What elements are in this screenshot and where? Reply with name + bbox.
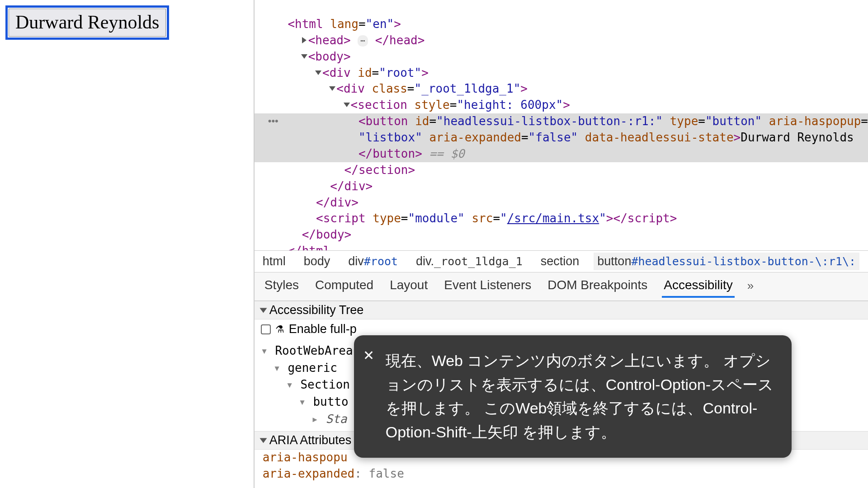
chevron-down-icon: [259, 438, 267, 443]
elements-dom-tree[interactable]: <html lang="en"> <head> ⋯ </head> <body>…: [255, 0, 868, 250]
sidebar-tabs[interactable]: StylesComputedLayoutEvent ListenersDOM B…: [255, 272, 868, 301]
chevron-down-icon: [259, 308, 267, 313]
crumb[interactable]: body: [300, 253, 334, 270]
tabs-overflow-icon[interactable]: »: [747, 275, 754, 298]
tab-layout[interactable]: Layout: [388, 275, 429, 298]
breadcrumb[interactable]: htmlbodydiv#rootdiv._root_1ldga_1section…: [255, 250, 868, 272]
flask-icon: ⚗: [275, 324, 284, 335]
aria-attrs-title: ARIA Attributes: [269, 433, 352, 447]
voiceover-popover: ✕ 現在、Web コンテンツ内のボタン上にいます。 オプションのリストを表示する…: [354, 335, 792, 458]
tab-computed[interactable]: Computed: [313, 275, 375, 298]
voiceover-text: 現在、Web コンテンツ内のボタン上にいます。 オプションのリストを表示するには…: [386, 352, 774, 441]
devtools-panel: <html lang="en"> <head> ⋯ </head> <body>…: [254, 0, 868, 488]
tab-dom breakpoints[interactable]: DOM Breakpoints: [546, 275, 649, 298]
a11y-tree-header[interactable]: Accessibility Tree: [255, 301, 868, 319]
a11y-tree-title: Accessibility Tree: [269, 303, 364, 317]
crumb[interactable]: section: [537, 253, 583, 270]
close-icon[interactable]: ✕: [363, 345, 374, 366]
crumb[interactable]: html: [259, 253, 289, 270]
tab-event listeners[interactable]: Event Listeners: [442, 275, 533, 298]
crumb[interactable]: button#headlessui-listbox-button-\:r1\:: [594, 253, 859, 270]
crumb[interactable]: div#root: [344, 253, 401, 270]
listbox-button[interactable]: Durward Reynolds: [9, 9, 166, 37]
enable-full-tree-label: Enable full-p: [289, 322, 357, 336]
tab-styles[interactable]: Styles: [263, 275, 301, 298]
focus-ring: Durward Reynolds: [5, 5, 169, 40]
crumb[interactable]: div._root_1ldga_1: [412, 253, 526, 270]
tab-accessibility[interactable]: Accessibility: [662, 275, 734, 298]
aria-attr-row: aria-expanded: false: [255, 466, 868, 482]
rendered-page: Durward Reynolds: [0, 0, 254, 488]
checkbox[interactable]: [261, 324, 271, 334]
